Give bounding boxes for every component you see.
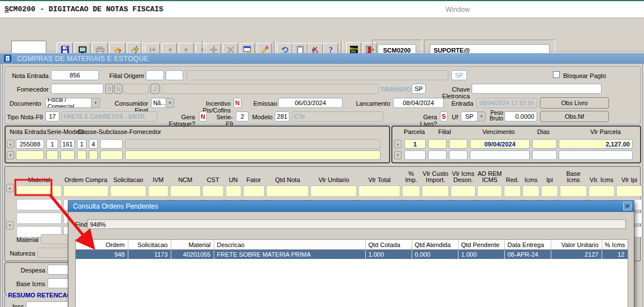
lov-header-ordem: Ordem xyxy=(76,240,128,250)
grid-cell[interactable] xyxy=(310,185,357,197)
grid-cell[interactable] xyxy=(63,185,109,197)
parcelas-cell-filial-1-2[interactable] xyxy=(428,150,447,160)
notas-cell-classe-2[interactable] xyxy=(77,150,87,160)
ordens-pendentes-list: Ordem Solicitacao Material Descricao Qtd… xyxy=(75,239,628,307)
parcelas-cell-vencimento[interactable]: 09/04/2024 xyxy=(470,139,530,149)
notas-cell-nota-2[interactable] xyxy=(16,150,44,160)
serie-f9-field[interactable]: 2 xyxy=(236,111,249,122)
notas-scroll-up-button[interactable]: ▲ xyxy=(7,140,14,148)
filial-origem-field-1[interactable] xyxy=(146,70,164,80)
find-label: Find xyxy=(75,221,87,228)
material-cell[interactable] xyxy=(16,185,62,197)
grid-cell[interactable] xyxy=(170,185,201,197)
parcelas-header-dias: Dias xyxy=(537,128,550,135)
popup-titlebar: Consulta Ordens Pendentes ✕ xyxy=(68,201,634,212)
notas-cell-modelo-2[interactable] xyxy=(60,150,75,160)
parcelas-cell-vlr-parcela-2[interactable] xyxy=(559,150,633,160)
tipo-nota-field[interactable]: 17 xyxy=(45,111,59,122)
find-input[interactable]: 948% xyxy=(88,219,626,229)
parcelas-cell-dias-2[interactable] xyxy=(532,150,557,160)
filial-origem-field-2[interactable] xyxy=(166,70,183,80)
grid-cell[interactable] xyxy=(560,185,587,197)
grid-cell[interactable] xyxy=(202,185,224,197)
grid-cell[interactable] xyxy=(266,185,309,197)
notas-cell-nota[interactable]: 255088 xyxy=(16,139,44,149)
fornecedor-5-button[interactable]: 5 xyxy=(114,84,122,94)
grid-cell[interactable] xyxy=(616,185,642,197)
fornecedor-field[interactable] xyxy=(51,84,103,94)
base-icms-label: Base Icms xyxy=(11,280,45,287)
grid-cell[interactable] xyxy=(358,185,400,197)
emissao-field[interactable]: 06/03/2024 xyxy=(278,98,343,108)
lancamento-field[interactable]: 08/04/2024 xyxy=(393,98,444,108)
notas-cell-fornecedor[interactable] xyxy=(100,139,123,149)
grid-cell[interactable] xyxy=(589,185,615,197)
menu-window[interactable]: Window xyxy=(446,6,470,14)
materials-header: UN xyxy=(226,170,241,183)
grid-cell[interactable] xyxy=(226,185,241,197)
close-icon[interactable]: ✕ xyxy=(623,202,632,210)
notas-cell-subclasse-2[interactable] xyxy=(89,150,98,160)
materials-header: NCM xyxy=(170,170,201,183)
parcelas-cell-parcela[interactable]: 1 xyxy=(404,139,426,149)
notas-cell-fornecedor-2[interactable] xyxy=(100,150,123,160)
uf-transportadora-field[interactable]: SP xyxy=(412,84,426,94)
gera-livro-flag[interactable]: S xyxy=(440,111,448,122)
notas-scroll-down-button[interactable]: ▼ xyxy=(7,151,14,159)
fornecedor-j-button[interactable]: J xyxy=(150,84,159,94)
lov-header-qtd-cotada: Qtd Cotada xyxy=(365,240,412,250)
documento-select[interactable]: Fiscal / Comercial xyxy=(45,98,92,108)
chave-eletronica-field[interactable] xyxy=(472,84,602,94)
grid-cell[interactable] xyxy=(402,185,420,197)
grid-cell[interactable] xyxy=(522,185,539,197)
grid-cell[interactable] xyxy=(422,185,449,197)
grid-cell[interactable] xyxy=(16,199,62,210)
incentivo-pis-cofins-flag[interactable]: N xyxy=(234,98,241,108)
notas-cell-fornecedor-nome-2[interactable] xyxy=(125,150,381,160)
parcelas-cell-parcela-2[interactable] xyxy=(404,150,426,160)
grid-cell[interactable] xyxy=(541,185,558,197)
grid-cell[interactable] xyxy=(477,185,502,197)
parcelas-cell-filial-2[interactable] xyxy=(449,139,468,149)
parcelas-cell-vlr-parcela[interactable]: 2,127.00 xyxy=(559,139,633,149)
nota-entrada-field[interactable]: 856 xyxy=(51,70,99,80)
obs-livro-button[interactable]: Obs Livro xyxy=(540,97,609,109)
parcelas-header-filial: Filial xyxy=(438,128,451,135)
bloquear-pagto-checkbox[interactable] xyxy=(553,71,560,78)
notas-cell-serie-2[interactable] xyxy=(46,150,58,160)
uf-dropdown-icon[interactable]: ▼ xyxy=(477,111,486,122)
materials-scroll-down-button[interactable]: ▼ xyxy=(6,221,14,230)
lov-row-selected[interactable]: 948 1173 40201055 FRETE SOBRE MATERIA PR… xyxy=(76,250,628,260)
grid-cell[interactable] xyxy=(110,185,146,197)
notas-cell-serie[interactable]: 1 xyxy=(46,139,58,149)
parcelas-scroll-down-button[interactable]: ▼ xyxy=(394,151,401,159)
parcelas-cell-vencimento-2[interactable] xyxy=(470,150,530,160)
grid-cell[interactable] xyxy=(16,213,62,224)
documento-dropdown-icon[interactable]: ▼ xyxy=(91,98,100,108)
materials-header: Vlr Unitario xyxy=(310,170,357,183)
notas-cell-modelo[interactable]: 161 xyxy=(60,139,75,149)
grid-cell[interactable] xyxy=(504,185,521,197)
parcelas-scroll-up-button[interactable]: ▲ xyxy=(394,140,401,148)
parcelas-cell-filial-1[interactable] xyxy=(428,139,447,149)
consumidor-final-dropdown-icon[interactable]: ▼ xyxy=(166,98,174,108)
parcelas-cell-dias[interactable] xyxy=(532,139,557,149)
parcelas-cell-filial-2-2[interactable] xyxy=(449,150,468,160)
modelo-field[interactable]: 281 xyxy=(275,111,289,122)
consumidor-final-select[interactable]: Nã... xyxy=(151,98,166,108)
grid-cell[interactable] xyxy=(451,185,476,197)
notas-cell-classe[interactable]: 1 xyxy=(77,139,87,149)
uf-nota-field: SP xyxy=(451,70,467,80)
notas-cell-subclasse[interactable]: 4 xyxy=(89,139,98,149)
fornecedor-9-button[interactable]: 9 xyxy=(105,84,113,94)
uf-select[interactable]: SP xyxy=(461,111,478,122)
grid-cell[interactable] xyxy=(148,185,168,197)
gera-estoque-flag[interactable]: N xyxy=(199,111,207,122)
obs-nf-button[interactable]: Obs.Nf xyxy=(540,111,609,122)
peso-bruto-field[interactable]: 0.0000 xyxy=(504,111,537,122)
window-title: SCM0200 - DIGITACAO DE NOTAS FISCAIS xyxy=(5,5,163,14)
materials-scroll-up-button[interactable]: ▲ xyxy=(6,184,14,192)
resumo-retencao-title: RESUMO RETENCAO xyxy=(7,292,73,299)
lov-cell-qtd-cotada: 1.000 xyxy=(365,250,412,260)
grid-cell[interactable] xyxy=(243,185,265,197)
